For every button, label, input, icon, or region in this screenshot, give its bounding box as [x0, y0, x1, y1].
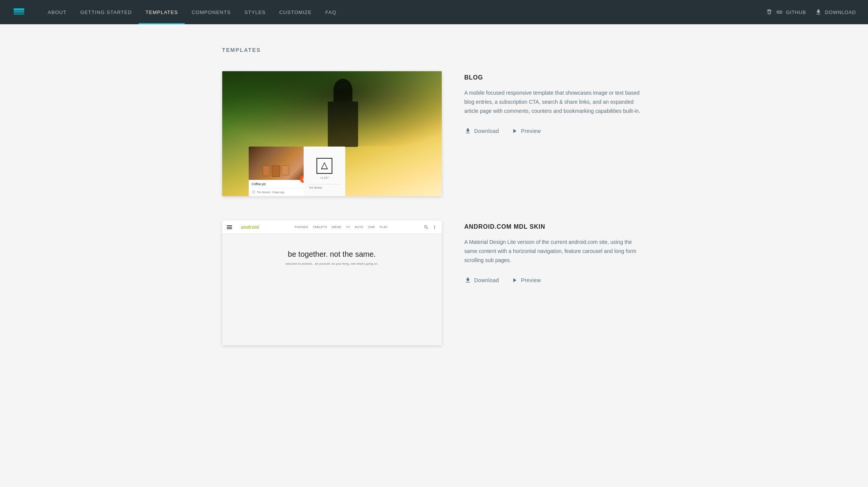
main-content: TEMPLATES: [207, 24, 661, 400]
nav-item-styles[interactable]: STYLES: [238, 0, 273, 24]
android-menu-icon: [227, 225, 232, 229]
template-desc-android: A Material Design Lite version of the cu…: [464, 238, 646, 265]
logo-icon: [12, 5, 26, 19]
github-icon: [766, 9, 773, 16]
nav-item-getting-started[interactable]: GETTING STARTED: [73, 0, 139, 24]
download-button-android[interactable]: Download: [464, 277, 499, 284]
blog-card-left: + Coffee pic The Newist 2 days ago: [249, 147, 304, 196]
blog-count: +1,337: [320, 176, 329, 180]
page-title: TEMPLATES: [222, 47, 646, 53]
github-button[interactable]: GitHub: [766, 9, 806, 16]
android-nav-wear: WEAR: [332, 225, 341, 229]
android-nav-tablets: TABLETS: [313, 225, 327, 229]
preview-label-blog: Preview: [521, 128, 541, 134]
link-icon: [776, 9, 783, 16]
download-button-blog[interactable]: Download: [464, 128, 499, 134]
preview-label-android: Preview: [521, 277, 541, 283]
android-nav-one: ONE: [368, 225, 375, 229]
android-logo-text: android: [241, 224, 259, 230]
nav-item-faq[interactable]: FAQ: [319, 0, 343, 24]
template-card-android: android PHONES TABLETS WEAR TV AUTO ONE …: [222, 220, 646, 345]
android-nav-icons: [424, 225, 437, 230]
blog-caption: Coffee pic: [249, 180, 304, 188]
template-desc-blog: A mobile focused responsive template tha…: [464, 89, 646, 116]
svg-marker-4: [321, 163, 327, 169]
template-card-blog: + Coffee pic The Newist 2 days ago: [222, 71, 646, 196]
header-actions: GitHub Download: [766, 9, 856, 16]
landscape-icon: [319, 161, 330, 171]
template-preview-android: android PHONES TABLETS WEAR TV AUTO ONE …: [222, 220, 442, 345]
android-nav-tv: TV: [346, 225, 350, 229]
blog-meta-time: 2 days ago: [272, 191, 285, 194]
android-nav-auto: AUTO: [355, 225, 364, 229]
android-hero: be together. not the same. welcome to an…: [222, 234, 442, 345]
template-name-blog: BLOG: [464, 74, 646, 81]
preview-button-android[interactable]: Preview: [511, 277, 541, 284]
blog-right-meta: The Newist: [307, 184, 341, 191]
logo[interactable]: [12, 5, 26, 19]
template-actions-android: Download Preview: [464, 277, 646, 284]
arrow-right-icon-android: [511, 277, 518, 284]
template-name-android: ANDROID.COM MDL SKIN: [464, 223, 646, 230]
template-info-blog: BLOG A mobile focused responsive templat…: [464, 71, 646, 134]
android-nav-bar: android PHONES TABLETS WEAR TV AUTO ONE …: [222, 220, 442, 234]
nav-item-customize[interactable]: CUSTOMIZE: [273, 0, 319, 24]
android-hero-sub: welcome to android... be yourself. do yo…: [230, 262, 434, 265]
preview-button-blog[interactable]: Preview: [511, 128, 541, 134]
nav-item-about[interactable]: ABOUT: [41, 0, 73, 24]
svg-rect-1: [14, 11, 24, 12]
search-icon-android[interactable]: [424, 225, 429, 230]
svg-rect-2: [14, 8, 24, 10]
main-nav: ABOUT GETTING STARTED TEMPLATES COMPONEN…: [41, 0, 766, 24]
template-info-android: ANDROID.COM MDL SKIN A Material Design L…: [464, 220, 646, 284]
header: ABOUT GETTING STARTED TEMPLATES COMPONEN…: [0, 0, 868, 24]
template-preview-blog: + Coffee pic The Newist 2 days ago: [222, 71, 442, 196]
blog-card-right: +1,337 The Newist: [304, 147, 345, 196]
github-label: GitHub: [786, 9, 806, 15]
download-label-header: Download: [825, 9, 856, 15]
android-nav-phones: PHONES: [295, 225, 308, 229]
template-actions-blog: Download Preview: [464, 128, 646, 134]
download-button-header[interactable]: Download: [815, 9, 856, 16]
arrow-right-icon-blog: [511, 128, 518, 134]
download-label-android: Download: [474, 277, 499, 283]
nav-item-components[interactable]: COMPONENTS: [185, 0, 238, 24]
android-nav-links: PHONES TABLETS WEAR TV AUTO ONE PLAY: [265, 225, 417, 229]
blog-meta: The Newist: [257, 191, 270, 194]
download-icon-android: [464, 277, 471, 284]
download-icon-header: [815, 9, 822, 16]
download-icon-blog: [464, 128, 471, 134]
android-nav-play: PLAY: [380, 225, 388, 229]
download-label-blog: Download: [474, 128, 499, 134]
nav-item-templates[interactable]: TEMPLATES: [139, 0, 185, 24]
svg-rect-0: [14, 13, 24, 15]
svg-rect-3: [767, 9, 771, 10]
more-icon-android[interactable]: [432, 225, 437, 230]
android-hero-title: be together. not the same.: [230, 249, 434, 259]
